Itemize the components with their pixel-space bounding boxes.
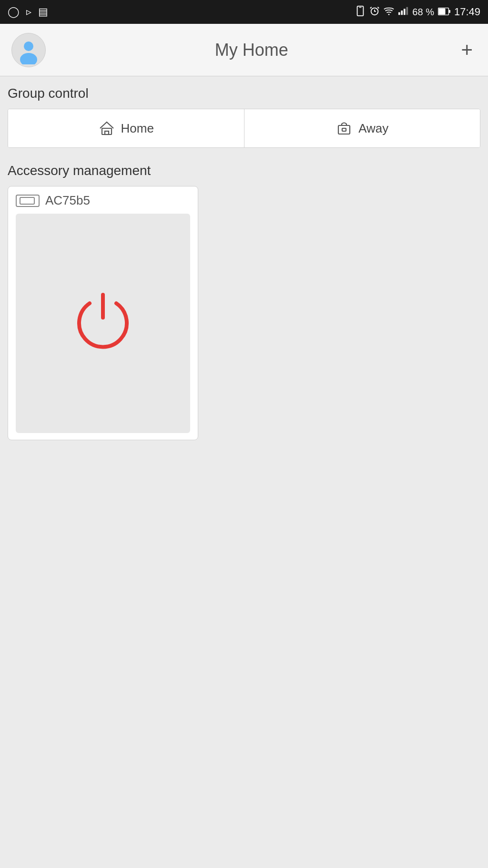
messenger-icon: ▹ (26, 6, 31, 18)
status-bar-right: 68 % 17:49 (355, 6, 480, 19)
phone-icon (355, 6, 366, 19)
status-bar-left: ◯ ▹ ▤ (8, 6, 48, 18)
battery-label: 68 % (412, 7, 434, 18)
device-icon (16, 195, 40, 207)
svg-rect-6 (398, 12, 400, 15)
svg-point-14 (24, 41, 33, 51)
device-name: AC75b5 (45, 193, 90, 208)
status-bar: ◯ ▹ ▤ 68 % 17:49 (0, 0, 488, 24)
accessory-card-body[interactable] (16, 214, 190, 433)
accessory-management-section: Accessory management AC75b5 (8, 163, 480, 440)
svg-rect-8 (404, 9, 406, 15)
svg-rect-7 (401, 10, 403, 15)
message-icon: ◯ (8, 6, 20, 18)
power-icon[interactable] (65, 285, 141, 362)
avatar[interactable] (11, 33, 46, 67)
alarm-icon (369, 6, 380, 19)
svg-point-5 (388, 13, 390, 15)
svg-rect-9 (407, 7, 408, 15)
svg-line-3 (370, 7, 372, 8)
accessory-card[interactable]: AC75b5 (8, 186, 198, 440)
home-icon (98, 120, 115, 137)
away-button[interactable]: Away (244, 109, 480, 147)
status-time: 17:49 (454, 6, 480, 18)
svg-rect-18 (338, 125, 350, 134)
svg-rect-17 (105, 131, 109, 134)
away-icon (336, 120, 353, 137)
accessory-card-header: AC75b5 (16, 193, 190, 208)
svg-rect-19 (342, 128, 346, 131)
svg-rect-11 (438, 8, 445, 14)
photo-icon: ▤ (38, 6, 48, 18)
add-button[interactable]: + (457, 36, 477, 64)
group-control-container: Home Away (8, 109, 480, 148)
away-button-label: Away (358, 121, 388, 136)
svg-rect-20 (20, 197, 34, 204)
group-control-label: Group control (8, 86, 480, 101)
main-content: Group control Home Away Accessory manage… (0, 76, 488, 868)
signal-icon (398, 7, 408, 18)
svg-line-4 (378, 7, 379, 8)
wifi-icon (384, 7, 394, 18)
svg-rect-1 (359, 7, 362, 7)
home-button[interactable]: Home (8, 109, 244, 147)
svg-rect-12 (449, 10, 450, 13)
accessory-management-label: Accessory management (8, 163, 480, 178)
home-button-label: Home (121, 121, 154, 136)
header: My Home + (0, 24, 488, 76)
page-title: My Home (215, 40, 288, 60)
battery-icon (438, 7, 450, 18)
